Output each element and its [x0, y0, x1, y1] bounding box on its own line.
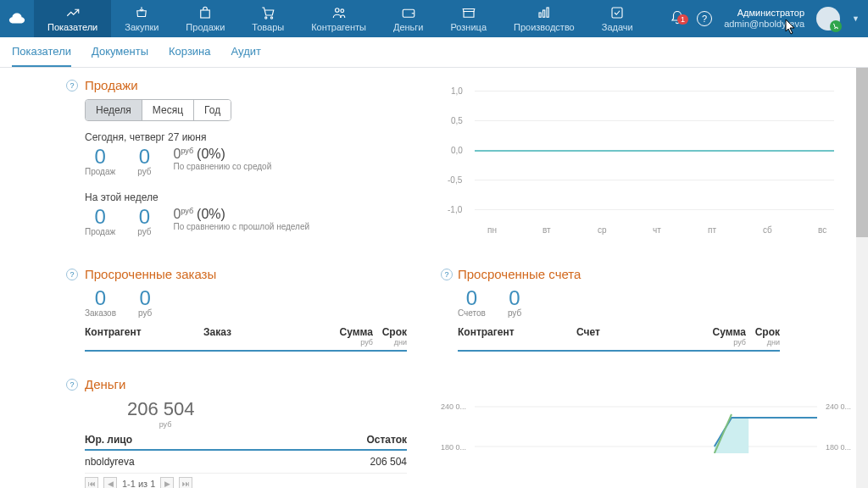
pager-prev-button[interactable]: ◀ — [103, 477, 117, 488]
nav-tasks[interactable]: Задачи — [588, 0, 647, 37]
week-date-label: На этой неделе — [85, 191, 424, 203]
store-icon — [461, 5, 476, 20]
nav-sales[interactable]: Продажи — [172, 0, 238, 37]
pager-next-button[interactable]: ▶ — [160, 477, 174, 488]
help-hint-button[interactable]: ? — [66, 379, 78, 391]
period-toggle: Неделя Месяц Год — [85, 99, 231, 121]
sub-nav: Показатели Документы Корзина Аудит — [0, 37, 868, 68]
notification-badge: 1 — [677, 14, 688, 25]
money-table-head: Юр. лицо Остаток — [85, 430, 407, 451]
check-icon — [609, 5, 625, 20]
nav-label: Контрагенты — [311, 22, 366, 32]
today-sales-stat: 0 Продаж — [85, 147, 115, 176]
wallet-icon — [401, 5, 416, 20]
people-icon — [331, 5, 347, 20]
user-role: Администратор — [724, 8, 804, 19]
money-table-row[interactable]: nboldyreva 206 504 — [85, 451, 407, 474]
help-hint-button[interactable]: ? — [441, 269, 453, 280]
logo-icon[interactable] — [0, 0, 34, 37]
nav-purchases[interactable]: Закупки — [111, 0, 172, 37]
money-total: 206 504 руб — [127, 398, 424, 429]
overdue-bills-count: 0 Счетов — [458, 288, 486, 318]
chart-icon — [65, 5, 81, 20]
svg-point-4 — [340, 9, 343, 13]
nav-money[interactable]: Деньги — [380, 0, 437, 37]
top-nav: Показатели Закупки Продажи Товары Контра… — [0, 0, 868, 37]
nav-label: Показатели — [47, 22, 97, 32]
week-diff-stat: 0руб(0%) По сравнению с прошлой неделей — [173, 207, 309, 236]
overdue-bills-table-head: Контрагент Счет Суммаруб Срокдни — [458, 323, 780, 352]
period-week-button[interactable]: Неделя — [86, 100, 142, 120]
nav-goods[interactable]: Товары — [238, 0, 298, 37]
nav-label: Деньги — [393, 22, 424, 32]
help-hint-button[interactable]: ? — [66, 80, 78, 92]
user-menu[interactable]: Администратор admin@nboldyreva — [724, 8, 804, 30]
nav-indicators[interactable]: Показатели — [34, 0, 111, 37]
pager-last-button[interactable]: ⏭ — [179, 477, 192, 488]
overdue-orders-rub: 0 руб — [138, 288, 152, 318]
overdue-orders-count: 0 Заказов — [85, 288, 116, 318]
chevron-down-icon[interactable]: ▼ — [852, 14, 860, 23]
today-rub-stat: 0 руб — [137, 147, 151, 176]
cart-badge-icon — [830, 20, 842, 32]
pager-label: 1-1 из 1 — [122, 479, 155, 488]
week-sales-stat: 0 Продаж — [85, 207, 115, 236]
svg-rect-0 — [201, 10, 210, 18]
svg-point-1 — [265, 17, 267, 19]
content-area: ? Продажи Неделя Месяц Год Сегодня, четв… — [0, 68, 868, 488]
section-title-overdue-bills: Просроченные счета — [458, 267, 851, 281]
bars-icon — [537, 5, 552, 20]
svg-marker-14 — [715, 418, 748, 453]
nav-production[interactable]: Производство — [500, 0, 588, 37]
subnav-trash[interactable]: Корзина — [169, 37, 211, 67]
section-title-overdue-orders: Просроченные заказы — [85, 267, 424, 281]
help-button[interactable]: ? — [697, 11, 712, 26]
svg-point-10 — [835, 28, 836, 29]
help-hint-button[interactable]: ? — [66, 269, 78, 280]
svg-point-2 — [271, 17, 273, 19]
svg-rect-9 — [612, 8, 622, 18]
pager-first-button[interactable]: ⏮ — [85, 477, 98, 488]
period-year-button[interactable]: Год — [194, 100, 231, 120]
notifications-button[interactable]: 1 — [670, 10, 685, 28]
pager: ⏮ ◀ 1-1 из 1 ▶ ⏭ — [85, 477, 424, 488]
sales-chart: 1,0 0,5 0,0 -0,5 -1,0 пн вт ср чт пт сб … — [441, 86, 851, 235]
week-rub-stat: 0 руб — [137, 207, 151, 236]
svg-point-3 — [335, 8, 339, 13]
svg-rect-8 — [547, 8, 548, 17]
period-month-button[interactable]: Месяц — [142, 100, 194, 120]
overdue-orders-table-head: Контрагент Заказ Суммаруб Срокдни — [85, 323, 407, 352]
bag-icon — [198, 5, 213, 20]
svg-rect-7 — [542, 10, 544, 17]
subnav-documents[interactable]: Документы — [92, 37, 148, 67]
cart-icon — [260, 5, 275, 20]
nav-counterparties[interactable]: Контрагенты — [298, 0, 380, 37]
today-date-label: Сегодня, четверг 27 июня — [85, 131, 424, 143]
nav-label: Закупки — [125, 22, 159, 32]
nav-label: Производство — [514, 22, 575, 32]
nav-label: Розница — [450, 22, 487, 32]
section-title-money: Деньги — [85, 377, 424, 391]
nav-label: Продажи — [186, 22, 225, 32]
subnav-indicators[interactable]: Показатели — [12, 37, 71, 67]
scrollbar[interactable] — [856, 68, 868, 488]
today-diff-stat: 0руб(0%) По сравнению со средой — [173, 147, 271, 176]
svg-point-11 — [837, 28, 838, 29]
svg-rect-6 — [539, 13, 541, 17]
nav-label: Товары — [252, 22, 284, 32]
money-chart: 240 0... 180 0... 240 0... 180 0... — [441, 402, 851, 462]
user-email: admin@nboldyreva — [724, 19, 804, 30]
basket-in-icon — [134, 5, 149, 20]
avatar-button[interactable] — [816, 7, 840, 30]
subnav-audit[interactable]: Аудит — [231, 37, 261, 67]
nav-retail[interactable]: Розница — [437, 0, 500, 37]
section-title-sales: Продажи — [85, 78, 424, 92]
nav-label: Задачи — [602, 22, 633, 32]
overdue-bills-rub: 0 руб — [508, 288, 521, 318]
